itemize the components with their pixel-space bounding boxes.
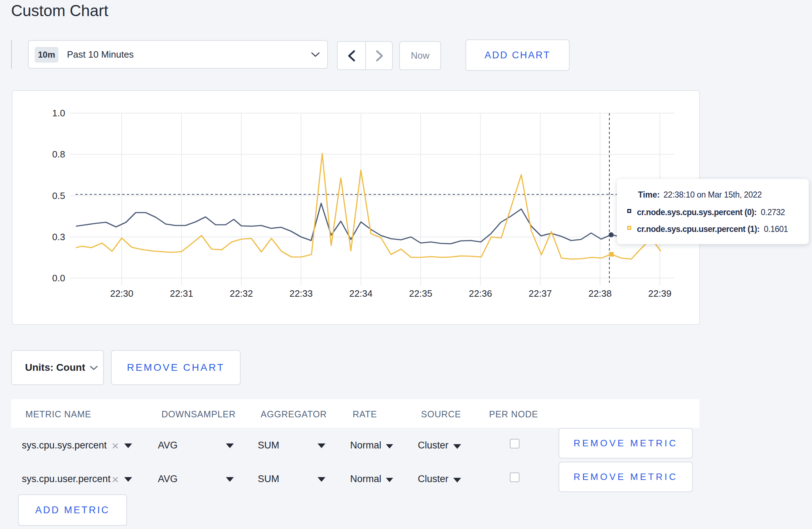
svg-text:0.3: 0.3 xyxy=(52,232,65,242)
svg-text:22:36: 22:36 xyxy=(469,288,492,299)
svg-text:0.5: 0.5 xyxy=(52,190,65,201)
svg-text:22:32: 22:32 xyxy=(229,288,253,299)
svg-text:22:37: 22:37 xyxy=(528,288,552,299)
svg-text:1.0: 1.0 xyxy=(52,108,65,118)
svg-text:22:39: 22:39 xyxy=(648,288,671,299)
svg-text:22:35: 22:35 xyxy=(409,288,432,299)
svg-text:0.8: 0.8 xyxy=(52,149,65,160)
svg-text:22:34: 22:34 xyxy=(349,288,372,299)
svg-text:0.0: 0.0 xyxy=(52,273,65,283)
svg-text:22:38: 22:38 xyxy=(588,288,612,299)
svg-text:22:33: 22:33 xyxy=(289,288,313,299)
svg-text:22:31: 22:31 xyxy=(170,288,193,299)
svg-text:22:30: 22:30 xyxy=(110,288,133,299)
